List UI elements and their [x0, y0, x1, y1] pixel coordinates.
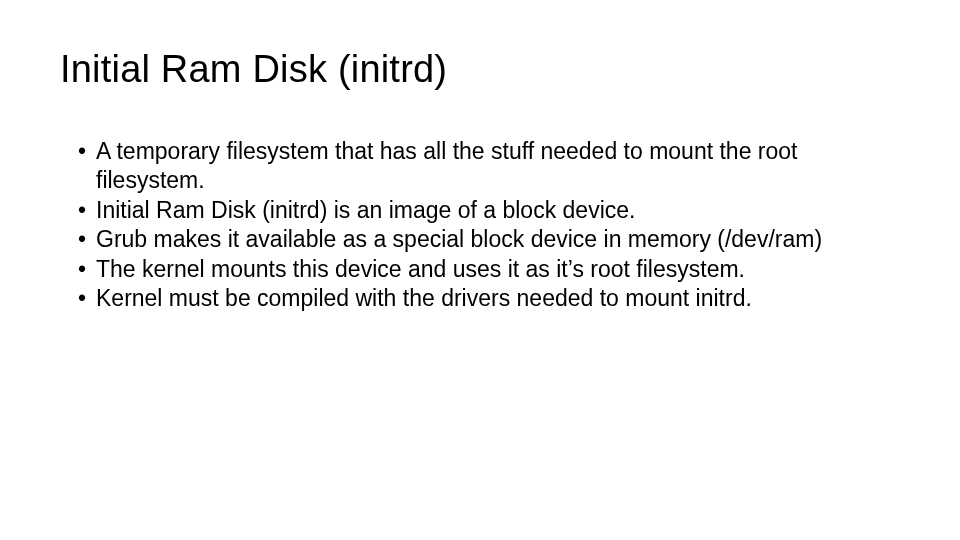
bullet-item: The kernel mounts this device and uses i… [78, 255, 900, 284]
bullet-list: A temporary filesystem that has all the … [60, 137, 900, 314]
bullet-item: Kernel must be compiled with the drivers… [78, 284, 900, 313]
bullet-item: A temporary filesystem that has all the … [78, 137, 900, 196]
bullet-item: Grub makes it available as a special blo… [78, 225, 900, 254]
bullet-item: Initial Ram Disk (initrd) is an image of… [78, 196, 900, 225]
slide-title: Initial Ram Disk (initrd) [60, 48, 900, 91]
